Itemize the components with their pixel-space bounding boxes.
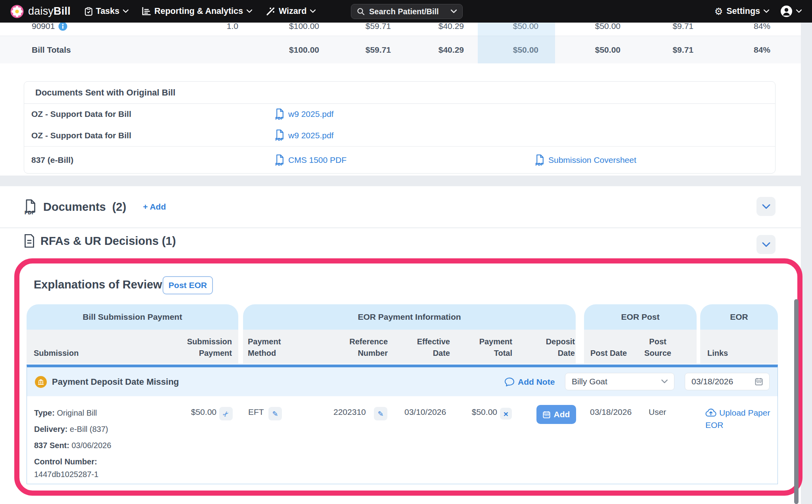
- procedure-code-cell: 90901: [0, 23, 151, 31]
- cloud-upload-icon: [705, 409, 716, 417]
- col-post-source: Post Source: [640, 336, 676, 359]
- bill-totals-row: Bill Totals $100.00 $59.71 $40.29 $50.00…: [0, 36, 801, 63]
- chevron-down-icon: [762, 204, 770, 209]
- close-icon: ×: [504, 410, 508, 418]
- svg-text:PDF: PDF: [535, 162, 543, 166]
- chevron-down-icon: [310, 10, 316, 13]
- post-eor-button[interactable]: Post EOR: [163, 276, 213, 294]
- documents-section-header[interactable]: PDF Documents (2) + Add: [24, 194, 166, 220]
- pdf-file-icon: PDF: [275, 155, 285, 166]
- table-cell: 84%: [693, 45, 770, 55]
- svg-text:PDF: PDF: [275, 162, 283, 166]
- col-deposit-date: Deposit Date: [546, 336, 575, 359]
- col-post-date: Post Date: [590, 347, 627, 359]
- assignee-select[interactable]: Billy Goat: [565, 373, 674, 390]
- table-cell: 84%: [693, 23, 770, 31]
- control-number-value: 1447db1025287-1: [34, 469, 111, 480]
- reporting-chart-icon: [142, 7, 151, 15]
- pdf-document-icon: PDF: [24, 199, 37, 215]
- post-date-input[interactable]: 03/18/2026: [685, 373, 770, 390]
- col-effective-date: Effective Date: [417, 336, 450, 359]
- chevron-down-icon: [661, 380, 668, 384]
- gear-icon: ⚙: [714, 7, 723, 16]
- table-cell: $40.29: [391, 45, 464, 55]
- post-date-cell: 03/18/2026: [590, 407, 632, 417]
- table-cell: $100.00: [238, 45, 319, 55]
- pdf-file-icon: PDF: [275, 130, 285, 141]
- eor-section-title: Explanations of Review: [34, 275, 162, 294]
- documents-expand-button[interactable]: [756, 197, 776, 216]
- tasks-clipboard-icon: [85, 7, 92, 16]
- table-cell: $50.00: [538, 45, 620, 55]
- table-cell: $9.71: [620, 23, 693, 31]
- coversheet-link[interactable]: PDF Submission Coversheet: [535, 155, 636, 166]
- nav-account[interactable]: [780, 5, 802, 17]
- pdf-file-link[interactable]: PDF w9 2025.pdf: [275, 109, 333, 120]
- alert-message: Payment Deposit Date Missing: [52, 377, 179, 387]
- assignee-value: Billy Goat: [572, 377, 607, 386]
- documents-section-title: Documents: [43, 200, 106, 214]
- vertical-scrollbar[interactable]: [794, 299, 799, 504]
- rfas-expand-button[interactable]: [756, 235, 776, 254]
- chevron-down-icon: [764, 10, 769, 13]
- bill-totals-label: Bill Totals: [0, 45, 151, 55]
- add-deposit-date-button[interactable]: Add: [536, 405, 576, 424]
- add-note-button[interactable]: Add Note: [505, 377, 555, 387]
- bank-icon: [38, 379, 44, 385]
- post-date-value: 03/18/2026: [691, 377, 733, 386]
- top-navbar: daisyBill Tasks Reporting & Analytics Wi…: [0, 0, 812, 23]
- group-header-eor-post: EOR Post: [584, 304, 697, 330]
- eor-row-alert-bar: Payment Deposit Date Missing Add Note Bi…: [27, 367, 778, 396]
- table-cell: $40.29: [391, 23, 464, 31]
- eor-row: Payment Deposit Date Missing Add Note Bi…: [27, 365, 778, 484]
- nav-wizard[interactable]: Wizard: [266, 6, 316, 16]
- nav-tasks[interactable]: Tasks: [85, 6, 128, 16]
- calendar-icon: [543, 411, 550, 418]
- add-document-button[interactable]: + Add: [143, 202, 166, 212]
- col-links: Links: [707, 347, 728, 359]
- nav-wizard-label: Wizard: [279, 6, 306, 16]
- col-payment-total: Payment Total: [479, 336, 512, 359]
- nav-reporting-label: Reporting & Analytics: [154, 6, 243, 16]
- pdf-file-link[interactable]: PDF CMS 1500 PDF: [275, 155, 347, 166]
- chevron-down-icon: [123, 10, 128, 13]
- chevron-down-icon: [451, 10, 457, 13]
- brand-name: daisyBill: [28, 5, 71, 17]
- wizard-wand-icon: [266, 7, 275, 16]
- documents-sent-title: Documents Sent with Original Bill: [24, 82, 775, 104]
- calendar-icon: [755, 378, 763, 386]
- table-cell: $50.00: [538, 23, 620, 31]
- column-headers: Submission Submission Payment Payment Me…: [0, 330, 801, 364]
- lower-content-card: PDF Documents (2) + Add RFAs & UR Decisi…: [0, 186, 801, 504]
- payment-total-value: $50.00: [27, 407, 497, 417]
- remove-payment-total-chip[interactable]: ×: [500, 408, 512, 420]
- document-row: 837 (e-Bill) PDF CMS 1500 PDF PDF Submis…: [24, 147, 775, 174]
- search-placeholder: Search Patient/Bill: [369, 7, 439, 16]
- nav-settings[interactable]: ⚙ Settings: [714, 6, 769, 16]
- speech-bubble-icon: [505, 378, 514, 386]
- rfas-section-header[interactable]: RFAs & UR Decisions (1): [24, 228, 176, 254]
- submission-details: Type: Original Bill Delivery: e-Bill (83…: [34, 407, 111, 480]
- svg-text:PDF: PDF: [275, 137, 283, 141]
- document-row: OZ - Support Data for Bill PDF w9 2025.p…: [24, 124, 775, 146]
- group-header-eor: EOR: [700, 304, 778, 330]
- chevron-down-icon: [796, 10, 802, 13]
- svg-text:PDF: PDF: [24, 210, 34, 215]
- upload-paper-eor-link[interactable]: Upload Paper EOR: [705, 407, 781, 431]
- documents-sent-card: Documents Sent with Original Bill OZ - S…: [24, 81, 776, 174]
- col-submission-payment: Submission Payment: [187, 336, 232, 359]
- nav-reporting-analytics[interactable]: Reporting & Analytics: [142, 6, 252, 16]
- table-cell: $50.00: [464, 23, 538, 31]
- rfas-section-title: RFAs & UR Decisions (1): [40, 235, 176, 248]
- brand-logo[interactable]: daisyBill: [10, 5, 71, 18]
- chevron-down-icon: [247, 10, 252, 13]
- pdf-file-link[interactable]: PDF w9 2025.pdf: [275, 130, 333, 141]
- avatar-icon: [780, 5, 793, 17]
- col-reference-number: Reference Number: [349, 336, 388, 359]
- search-icon: [357, 8, 365, 15]
- table-cell: $59.71: [319, 45, 391, 55]
- table-cell: $59.71: [319, 23, 391, 31]
- info-icon[interactable]: [58, 23, 67, 31]
- daisy-flower-icon: [10, 5, 24, 18]
- search-patient-bill[interactable]: Search Patient/Bill: [351, 4, 463, 19]
